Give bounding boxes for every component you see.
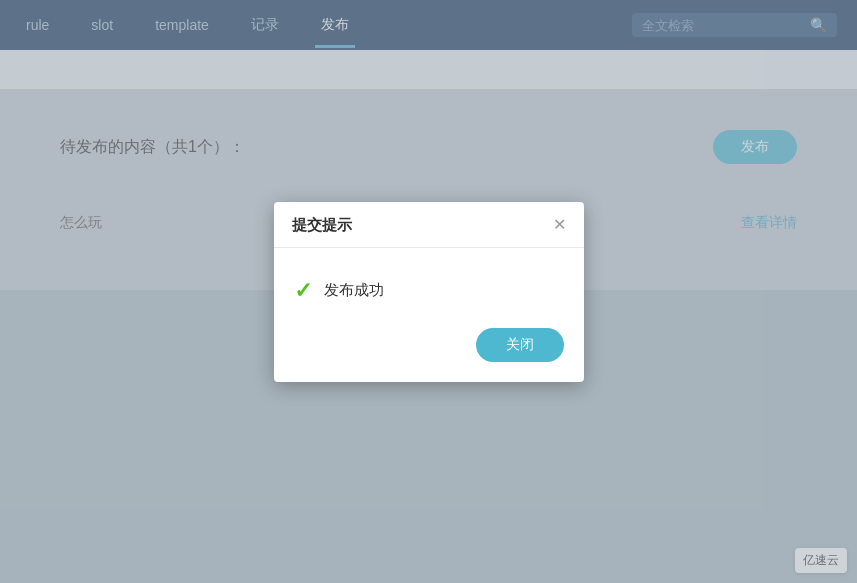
dialog-close-icon[interactable]: ✕: [553, 217, 566, 233]
dialog-overlay: 提交提示 ✕ ✓ 发布成功 关闭: [0, 0, 857, 583]
success-checkmark-icon: ✓: [294, 278, 312, 304]
dialog-close-button[interactable]: 关闭: [476, 328, 564, 362]
success-message: 发布成功: [324, 281, 384, 300]
dialog-header: 提交提示 ✕: [274, 202, 584, 248]
dialog-title: 提交提示: [292, 216, 352, 235]
dialog-footer: 关闭: [274, 328, 584, 382]
submit-dialog: 提交提示 ✕ ✓ 发布成功 关闭: [274, 202, 584, 382]
dialog-body: ✓ 发布成功: [274, 248, 584, 328]
